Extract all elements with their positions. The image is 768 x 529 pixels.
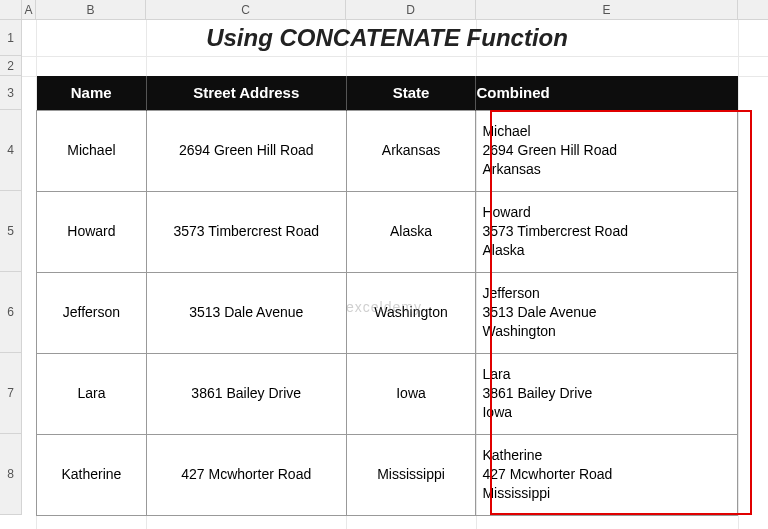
- data-table: Name Street Address State Combined Micha…: [36, 76, 738, 516]
- cell-combined[interactable]: Michael 2694 Green Hill Road Arkansas: [476, 110, 738, 191]
- cell-combined[interactable]: Katherine 427 Mcwhorter Road Mississippi: [476, 434, 738, 515]
- combined-line: 3513 Dale Avenue: [482, 304, 596, 320]
- combined-line: Jefferson: [482, 285, 539, 301]
- cell-name[interactable]: Howard: [37, 191, 147, 272]
- table-row: Katherine 427 Mcwhorter Road Mississippi…: [37, 434, 738, 515]
- cell-street[interactable]: 3861 Bailey Drive: [146, 353, 346, 434]
- row-header-3[interactable]: 3: [0, 76, 22, 110]
- combined-line: Alaska: [482, 242, 524, 258]
- row-header-8[interactable]: 8: [0, 434, 22, 515]
- combined-line: Katherine: [482, 447, 542, 463]
- cell-state[interactable]: Iowa: [346, 353, 476, 434]
- combined-line: Mississippi: [482, 485, 550, 501]
- cell-name[interactable]: Jefferson: [37, 272, 147, 353]
- cell-street[interactable]: 3573 Timbercrest Road: [146, 191, 346, 272]
- table-row: Lara 3861 Bailey Drive Iowa Lara 3861 Ba…: [37, 353, 738, 434]
- combined-line: Howard: [482, 204, 530, 220]
- header-street[interactable]: Street Address: [146, 76, 346, 110]
- cell-combined[interactable]: Howard 3573 Timbercrest Road Alaska: [476, 191, 738, 272]
- combined-line: Arkansas: [482, 161, 540, 177]
- row-headers: 1 2 3 4 5 6 7 8: [0, 20, 22, 515]
- header-row: Name Street Address State Combined: [37, 76, 738, 110]
- cell-combined[interactable]: Lara 3861 Bailey Drive Iowa: [476, 353, 738, 434]
- header-combined[interactable]: Combined: [476, 76, 738, 110]
- combined-line: Michael: [482, 123, 530, 139]
- cell-name[interactable]: Katherine: [37, 434, 147, 515]
- cell-state[interactable]: Washington: [346, 272, 476, 353]
- cell-state[interactable]: Mississippi: [346, 434, 476, 515]
- table-row: Jefferson 3513 Dale Avenue Washington Je…: [37, 272, 738, 353]
- cell-street[interactable]: 427 Mcwhorter Road: [146, 434, 346, 515]
- cell-state[interactable]: Arkansas: [346, 110, 476, 191]
- cell-name[interactable]: Michael: [37, 110, 147, 191]
- header-name[interactable]: Name: [37, 76, 147, 110]
- combined-line: 2694 Green Hill Road: [482, 142, 617, 158]
- cell-name[interactable]: Lara: [37, 353, 147, 434]
- row-header-1[interactable]: 1: [0, 20, 22, 56]
- table-row: Michael 2694 Green Hill Road Arkansas Mi…: [37, 110, 738, 191]
- combined-line: 3573 Timbercrest Road: [482, 223, 628, 239]
- cell-state[interactable]: Alaska: [346, 191, 476, 272]
- header-state[interactable]: State: [346, 76, 476, 110]
- col-header-A[interactable]: A: [22, 0, 36, 19]
- row-header-7[interactable]: 7: [0, 353, 22, 434]
- combined-line: Washington: [482, 323, 555, 339]
- combined-line: Iowa: [482, 404, 512, 420]
- combined-line: Lara: [482, 366, 510, 382]
- row-header-4[interactable]: 4: [0, 110, 22, 191]
- col-header-E[interactable]: E: [476, 0, 738, 19]
- worksheet-area[interactable]: Using CONCATENATE Function Name Street A…: [22, 20, 768, 516]
- col-header-B[interactable]: B: [36, 0, 146, 19]
- cell-combined[interactable]: Jefferson 3513 Dale Avenue Washington: [476, 272, 738, 353]
- cell-street[interactable]: 2694 Green Hill Road: [146, 110, 346, 191]
- cell-street[interactable]: 3513 Dale Avenue: [146, 272, 346, 353]
- select-all-corner[interactable]: [0, 0, 22, 19]
- table-row: Howard 3573 Timbercrest Road Alaska Howa…: [37, 191, 738, 272]
- col-header-C[interactable]: C: [146, 0, 346, 19]
- col-header-D[interactable]: D: [346, 0, 476, 19]
- spacer-row: [22, 56, 768, 76]
- row-header-6[interactable]: 6: [0, 272, 22, 353]
- combined-line: 3861 Bailey Drive: [482, 385, 592, 401]
- row-header-2[interactable]: 2: [0, 56, 22, 76]
- row-header-5[interactable]: 5: [0, 191, 22, 272]
- combined-line: 427 Mcwhorter Road: [482, 466, 612, 482]
- column-headers: A B C D E: [0, 0, 768, 20]
- page-title: Using CONCATENATE Function: [36, 20, 738, 56]
